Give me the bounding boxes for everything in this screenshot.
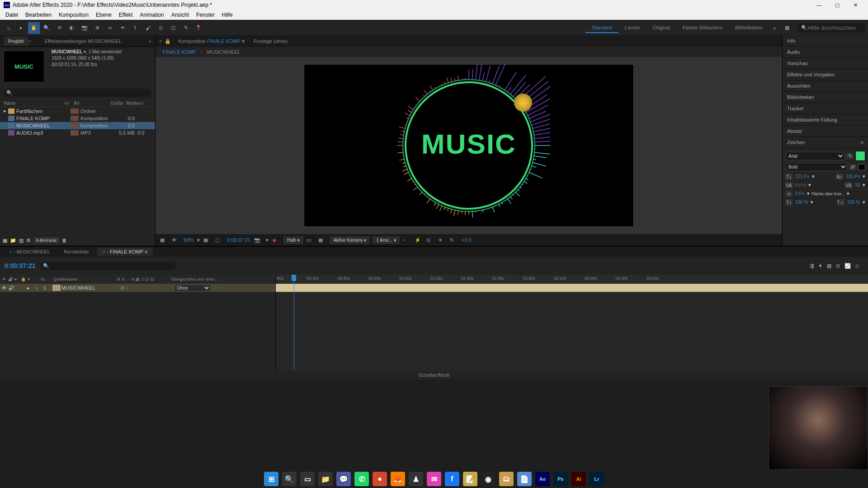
brush-tool[interactable]: 🖌 — [142, 22, 154, 34]
grid-icon[interactable]: ▦ — [203, 237, 212, 243]
close-button[interactable]: ✕ — [846, 0, 864, 10]
timeline-timecode[interactable]: 0:00:07:21 — [5, 262, 36, 269]
menu-datei[interactable]: Datei — [2, 11, 22, 19]
eye-header-icon[interactable]: 👁 — [2, 277, 8, 282]
menu-ansicht[interactable]: Ansicht — [168, 11, 193, 19]
panel-vorschau[interactable]: Vorschau — [783, 58, 868, 69]
layer-row-musicwheel[interactable]: 👁🔊▸▫1MUSICWHEEL⚙ / Ohne — [0, 284, 275, 292]
renderer-icon[interactable]: ⚡ — [415, 237, 423, 243]
new-comp-icon[interactable]: ▧ — [19, 238, 24, 244]
hscale-value[interactable]: 100 % — [846, 199, 861, 206]
taskbar-task-view-icon[interactable]: ▭ — [300, 472, 315, 486]
lock-header-icon[interactable]: 🔒 — [21, 277, 27, 282]
minimize-button[interactable]: — — [810, 0, 828, 10]
stroke-color-swatch[interactable] — [858, 164, 865, 170]
home-tool[interactable]: ⌂ — [3, 22, 14, 34]
close-icon[interactable]: × — [159, 38, 162, 44]
help-search-input[interactable] — [807, 24, 862, 31]
motion-blur-icon[interactable]: ⊙ — [426, 237, 434, 243]
taskbar-search-icon[interactable]: 🔍 — [282, 472, 297, 486]
panel-effekte-und-vorgaben[interactable]: Effekte und Vorgaben — [783, 69, 868, 80]
timeline-tab-renderliste[interactable]: Renderliste — [58, 248, 94, 256]
panel-zeichen[interactable]: Zeichen≡ — [783, 137, 868, 148]
tab-effect-settings[interactable]: Effekteinstellungen MUSICWHEEL — [40, 37, 126, 46]
comp-mini-flow-icon[interactable]: ⇶ — [810, 263, 814, 269]
transparency-icon[interactable]: ▦ — [318, 237, 326, 243]
viewer-timecode[interactable]: 0:00:07:21 — [227, 237, 250, 243]
marker-icon[interactable]: ◇ — [855, 263, 859, 269]
panel-info[interactable]: Info — [783, 35, 868, 47]
timeline-tab-finale-komp[interactable]: × ▫ FINALE KOMP ≡ — [97, 248, 153, 256]
pen-tool[interactable]: ✒ — [117, 22, 128, 34]
settings-icon[interactable]: ⚙ — [26, 238, 31, 244]
zoom-value[interactable]: 50% — [184, 237, 193, 243]
taskbar-facebook-icon[interactable]: f — [445, 472, 459, 486]
taskbar-messenger-icon[interactable]: ✉ — [427, 472, 441, 486]
timeline-search[interactable]: 🔍 — [40, 262, 176, 270]
taskbar-windows-start-icon[interactable]: ⊞ — [264, 472, 278, 486]
menu-hilfe[interactable]: Hilfe — [218, 11, 236, 19]
tab-footage[interactable]: Footage (ohne) — [249, 37, 292, 46]
selection-tool[interactable]: ▸ — [15, 22, 27, 34]
project-item-musicwheel[interactable]: MUSICWHEELKomposition0:0 — [0, 122, 155, 129]
taskbar-app-chess-icon[interactable]: ♟ — [409, 472, 423, 486]
views-dropdown[interactable]: 1 Ansi... ▾ — [373, 237, 399, 244]
workspace-lernen[interactable]: Lernen — [618, 23, 646, 33]
layer-duration-bar[interactable] — [276, 284, 868, 292]
frame-blend-icon[interactable]: ▧ — [827, 263, 831, 269]
project-item-audio-mp3[interactable]: AUDIO.mp3MP35,5 MB0:0 — [0, 129, 155, 136]
alpha-icon[interactable]: ▦ — [160, 237, 168, 243]
tracking-value[interactable]: 10 — [854, 182, 861, 188]
tag-icon[interactable]: 🏷 — [65, 101, 74, 106]
menu-effekt[interactable]: Effekt — [115, 11, 136, 19]
timeline-tab-musicwheel[interactable]: × ▫ MUSICWHEEL — [4, 248, 56, 256]
maximize-button[interactable]: ▢ — [828, 0, 846, 10]
fill-color-swatch[interactable] — [855, 151, 865, 161]
pan-behind-tool[interactable]: ⊕ — [91, 22, 103, 34]
panel-inhaltsbasierte-füllung[interactable]: Inhaltsbasierte Füllung — [783, 114, 868, 126]
breadcrumb-finale[interactable]: FINALE KOMP — [163, 49, 196, 55]
graph-editor-icon[interactable]: 📈 — [844, 263, 851, 269]
bit-depth[interactable]: 8-Bit-Kanal — [33, 237, 59, 244]
zoom-tool[interactable]: 🔍 — [41, 22, 52, 34]
taskbar-lightroom-icon[interactable]: Lr — [590, 472, 604, 486]
orbit-tool[interactable]: ⟲ — [53, 22, 65, 34]
camera-tool[interactable]: 📷 — [79, 22, 90, 34]
timeline-track-area[interactable]: :00s00:15s00:30s00:45s01:00s01:15s01:30s… — [276, 275, 868, 371]
panel-audio[interactable]: Audio — [783, 47, 868, 58]
kerning-value[interactable]: Metrik — [794, 183, 807, 188]
taskbar-after-effects-icon[interactable]: Ae — [535, 472, 550, 486]
taskbar-notepad-icon[interactable]: 📄 — [517, 472, 532, 486]
taskbar-obs-icon[interactable]: ◉ — [481, 472, 495, 486]
taskbar-app-teams-icon[interactable]: 💬 — [336, 472, 351, 486]
menu-komposition[interactable]: Komposition — [55, 11, 92, 19]
taskbar-illustrator-icon[interactable]: Ai — [571, 472, 586, 486]
taskbar-files-icon[interactable]: 🗂 — [499, 472, 514, 486]
font-style-dropdown[interactable]: Bold — [785, 163, 847, 171]
menu-fenster[interactable]: Fenster — [193, 11, 218, 19]
exposure-value[interactable]: +0,0 — [462, 237, 472, 243]
rotate-tool[interactable]: ◐ — [66, 22, 78, 34]
eyedropper-icon[interactable]: ✎ — [846, 153, 854, 159]
workspace-standard[interactable]: Standard — [585, 23, 618, 33]
puppet-tool[interactable]: 📍 — [193, 22, 204, 34]
panel-tracker[interactable]: Tracker — [783, 103, 868, 114]
fill-over-stroke-dropdown[interactable]: Fläche über Kon... — [811, 192, 845, 196]
menu-animation[interactable]: Animation — [136, 11, 167, 19]
project-search[interactable]: 🔍 — [4, 89, 151, 97]
panel-absatz[interactable]: Absatz — [783, 126, 868, 137]
workspace-original[interactable]: Original — [646, 23, 676, 33]
solo-header-icon[interactable]: ● — [14, 277, 21, 282]
project-item-farbflächen[interactable]: ▸FarbflächenOrdner — [0, 107, 155, 115]
shape-tool[interactable]: ▭ — [104, 22, 116, 34]
menu-ebene[interactable]: Ebene — [92, 11, 115, 19]
taskbar-photoshop-icon[interactable]: Ps — [553, 472, 568, 486]
viewer-area[interactable]: MUSIC ✋ — [156, 57, 782, 234]
lock-icon[interactable]: 🔒 — [165, 38, 171, 44]
trash-icon[interactable]: 🗑 — [62, 238, 67, 243]
interpret-icon[interactable]: ▦ — [3, 238, 7, 244]
leading-value[interactable]: 325 Px — [845, 173, 861, 180]
audio-header-icon[interactable]: 🔊 — [8, 277, 14, 282]
color-mgmt-icon[interactable]: ◉ — [272, 237, 280, 243]
tab-project[interactable]: Projekt — [4, 37, 28, 46]
